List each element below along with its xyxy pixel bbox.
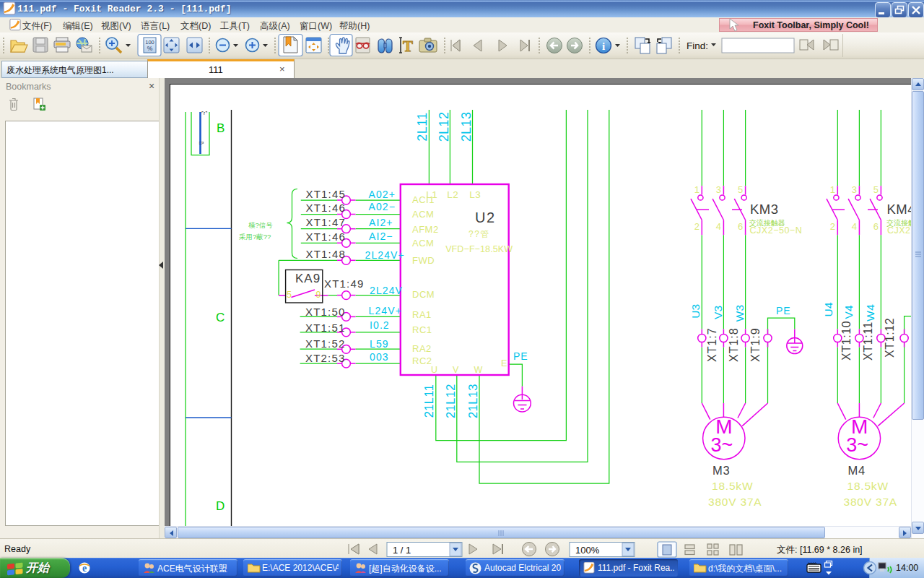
svg-text:RC1: RC1: [412, 324, 432, 335]
svg-text:AI2−: AI2−: [369, 230, 393, 242]
svg-text:5: 5: [287, 290, 292, 300]
svg-text:21L12: 21L12: [444, 384, 457, 418]
svg-text:RA2: RA2: [412, 343, 432, 354]
svg-text:PE: PE: [513, 350, 528, 362]
svg-text:XT1:7: XT1:7: [706, 327, 718, 362]
svg-text:DCM: DCM: [412, 289, 435, 300]
svg-text:??管: ??管: [468, 229, 490, 239]
svg-text:模?信号: 模?信号: [248, 221, 273, 229]
svg-text:2L13: 2L13: [459, 112, 474, 142]
svg-text:U4: U4: [822, 302, 834, 316]
svg-text:W4: W4: [864, 304, 876, 322]
svg-text:L3: L3: [469, 189, 481, 200]
svg-text:XT1:46: XT1:46: [306, 230, 346, 243]
svg-text:L2: L2: [447, 189, 458, 200]
svg-text:2: 2: [694, 221, 699, 232]
svg-text:XT1:48: XT1:48: [306, 248, 346, 260]
svg-text:I0.2: I0.2: [370, 319, 390, 331]
svg-text:V3: V3: [712, 306, 724, 319]
svg-text:9: 9: [316, 290, 321, 300]
svg-text:2L12: 2L12: [437, 112, 451, 142]
svg-text:6: 6: [873, 221, 879, 232]
svg-text:003: 003: [370, 351, 389, 363]
svg-text:21L13: 21L13: [466, 384, 479, 418]
svg-text:T: T: [403, 38, 413, 55]
svg-text:ACM: ACM: [412, 238, 434, 249]
svg-text:VFD−F−18.5KW: VFD−F−18.5KW: [445, 244, 513, 254]
svg-text:CJX2−50−N: CJX2−50−N: [887, 225, 911, 236]
svg-text:5: 5: [873, 184, 879, 195]
svg-text:AI2+: AI2+: [369, 217, 393, 228]
svg-text:6: 6: [738, 221, 743, 232]
svg-text:KM3: KM3: [750, 202, 779, 217]
svg-text:XT1:49: XT1:49: [324, 277, 365, 290]
svg-text:3~: 3~: [711, 434, 733, 456]
svg-text:ACM: ACM: [412, 209, 434, 220]
svg-text:CJX2−50−N: CJX2−50−N: [750, 225, 803, 236]
svg-text:□³: □³: [199, 140, 204, 145]
svg-text:380V 37A: 380V 37A: [708, 496, 762, 508]
svg-text:U3: U3: [690, 304, 702, 319]
svg-text:21L11: 21L11: [422, 384, 435, 418]
svg-text:W3: W3: [733, 305, 746, 322]
svg-text:5: 5: [738, 184, 743, 195]
svg-text:1 / 1: 1 / 1: [393, 545, 411, 556]
svg-text:M4: M4: [848, 464, 866, 477]
svg-text:L1: L1: [426, 189, 437, 200]
svg-text:XT1:45: XT1:45: [306, 188, 346, 200]
svg-text:W: W: [474, 365, 483, 375]
svg-text:XT1:10: XT1:10: [840, 321, 853, 361]
svg-text:D: D: [216, 499, 225, 513]
svg-text:RA1: RA1: [412, 309, 432, 320]
svg-text:U2: U2: [475, 210, 496, 225]
svg-text:U: U: [431, 365, 438, 375]
svg-text:XT1:51: XT1:51: [305, 322, 346, 334]
svg-text:XT1:50: XT1:50: [305, 306, 346, 318]
svg-text:3: 3: [852, 184, 857, 195]
svg-text:⌜r⌝: ⌜r⌝: [201, 111, 207, 116]
svg-text:%: %: [147, 45, 153, 52]
svg-text:B: B: [217, 121, 225, 135]
svg-text:Find:: Find:: [687, 40, 708, 51]
svg-text:1: 1: [694, 184, 699, 195]
svg-text:M3: M3: [712, 464, 731, 477]
svg-text:AFM2: AFM2: [412, 224, 439, 235]
svg-text:L24V+: L24V+: [369, 305, 402, 316]
svg-text:2L24V+: 2L24V+: [365, 249, 405, 261]
svg-text:L59: L59: [370, 338, 389, 350]
svg-text:KM4: KM4: [887, 202, 912, 217]
svg-text:XT1:8: XT1:8: [728, 327, 740, 362]
svg-text:E: E: [501, 358, 507, 368]
svg-text:A02+: A02+: [369, 189, 396, 200]
svg-text:18.5kW: 18.5kW: [712, 480, 753, 492]
svg-text:XT1:11: XT1:11: [862, 322, 874, 361]
svg-text:XT1:9: XT1:9: [749, 327, 762, 362]
svg-text:XT2:53: XT2:53: [305, 352, 346, 364]
svg-text:2: 2: [830, 221, 835, 232]
svg-text:18.5kW: 18.5kW: [847, 480, 889, 492]
svg-text:i: i: [602, 40, 605, 52]
svg-text:XT1:47: XT1:47: [306, 216, 346, 228]
svg-text:2L24V: 2L24V: [370, 285, 403, 296]
svg-text:4: 4: [716, 221, 721, 232]
svg-text:C: C: [216, 311, 225, 324]
svg-text:采用?蔽??: 采用?蔽??: [239, 233, 271, 241]
svg-text:3~: 3~: [846, 434, 868, 456]
svg-text:3: 3: [716, 184, 721, 195]
svg-text:FWD: FWD: [412, 255, 435, 266]
svg-text:100%: 100%: [575, 545, 600, 556]
svg-text:1: 1: [830, 184, 835, 195]
svg-text:XT1:46: XT1:46: [306, 202, 346, 214]
svg-text:RC2: RC2: [412, 355, 432, 366]
svg-text:380V 37A: 380V 37A: [844, 496, 898, 508]
svg-text:PE: PE: [776, 305, 791, 316]
svg-text:V: V: [453, 365, 459, 375]
svg-text:4: 4: [852, 221, 857, 232]
svg-text:A02−: A02−: [369, 201, 396, 212]
svg-text:2L11: 2L11: [415, 112, 430, 141]
svg-text:XT1:12: XT1:12: [884, 318, 896, 358]
svg-text:V4: V4: [842, 305, 855, 319]
svg-text:KA9: KA9: [295, 272, 321, 285]
svg-text:XT1:52: XT1:52: [305, 337, 346, 350]
